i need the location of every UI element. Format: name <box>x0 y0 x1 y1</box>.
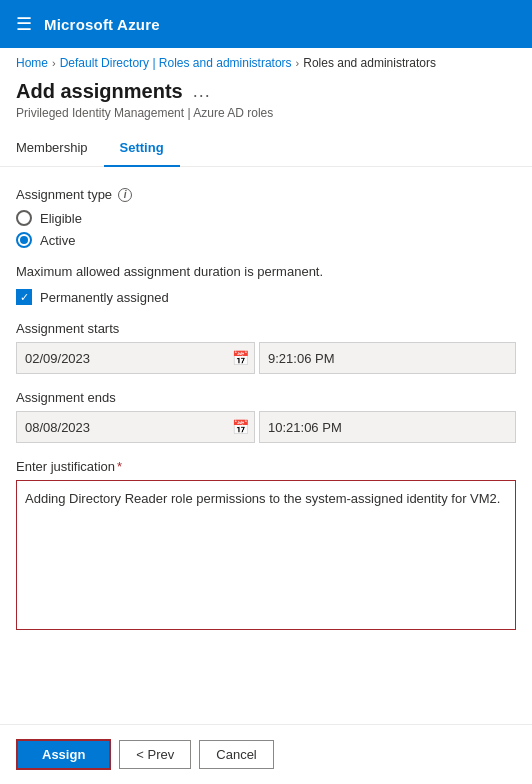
calendar-icon-ends[interactable]: 📅 <box>232 419 249 435</box>
checkmark-icon: ✓ <box>20 292 29 303</box>
assignment-ends-time-input[interactable] <box>259 411 516 443</box>
active-radio-inner <box>20 236 28 244</box>
active-radio-option[interactable]: Active <box>16 232 516 248</box>
permanently-assigned-option[interactable]: ✓ Permanently assigned <box>16 289 516 305</box>
permanently-assigned-label: Permanently assigned <box>40 290 169 305</box>
tabs: Membership Setting <box>0 120 532 167</box>
breadcrumb-sep-2: › <box>296 57 300 69</box>
assignment-starts-label: Assignment starts <box>16 321 516 336</box>
eligible-radio-input[interactable] <box>16 210 32 226</box>
max-duration-notice: Maximum allowed assignment duration is p… <box>16 264 516 279</box>
footer: Assign < Prev Cancel <box>0 724 532 784</box>
tab-membership[interactable]: Membership <box>16 132 104 167</box>
permanently-assigned-checkbox[interactable]: ✓ <box>16 289 32 305</box>
breadcrumb-current: Roles and administrators <box>303 56 436 70</box>
breadcrumb-home[interactable]: Home <box>16 56 48 70</box>
justification-required: * <box>117 459 122 474</box>
active-radio-input[interactable] <box>16 232 32 248</box>
assignment-ends-inputs: 📅 <box>16 411 516 443</box>
justification-label: Enter justification* <box>16 459 516 474</box>
breadcrumb: Home › Default Directory | Roles and adm… <box>0 48 532 74</box>
justification-group: Enter justification* Adding Directory Re… <box>16 459 516 633</box>
assignment-starts-field: Assignment starts 📅 <box>16 321 516 374</box>
calendar-icon-starts[interactable]: 📅 <box>232 350 249 366</box>
assignment-type-group: Assignment type i Eligible Active <box>16 187 516 248</box>
assignment-starts-date-wrap: 📅 <box>16 342 255 374</box>
cancel-button[interactable]: Cancel <box>199 740 273 769</box>
eligible-radio-option[interactable]: Eligible <box>16 210 516 226</box>
hamburger-icon[interactable]: ☰ <box>16 13 32 35</box>
top-bar: ☰ Microsoft Azure <box>0 0 532 48</box>
justification-textarea[interactable]: Adding Directory Reader role permissions… <box>16 480 516 630</box>
breadcrumb-sep-1: › <box>52 57 56 69</box>
assignment-ends-date-input[interactable] <box>16 411 255 443</box>
breadcrumb-default-directory[interactable]: Default Directory | Roles and administra… <box>60 56 292 70</box>
assignment-starts-time-input[interactable] <box>259 342 516 374</box>
assignment-starts-date-input[interactable] <box>16 342 255 374</box>
ellipsis-button[interactable]: ... <box>191 81 213 102</box>
page-header: Add assignments ... Privileged Identity … <box>0 74 532 120</box>
assignment-ends-label: Assignment ends <box>16 390 516 405</box>
assignment-ends-field: Assignment ends 📅 <box>16 390 516 443</box>
tab-setting[interactable]: Setting <box>104 132 180 167</box>
prev-button[interactable]: < Prev <box>119 740 191 769</box>
app-title: Microsoft Azure <box>44 16 160 33</box>
eligible-radio-label: Eligible <box>40 211 82 226</box>
assignment-starts-inputs: 📅 <box>16 342 516 374</box>
assign-button[interactable]: Assign <box>16 739 111 770</box>
main-content: Assignment type i Eligible Active Maximu… <box>0 167 532 729</box>
active-radio-label: Active <box>40 233 75 248</box>
assignment-ends-date-wrap: 📅 <box>16 411 255 443</box>
page-subtitle: Privileged Identity Management | Azure A… <box>16 106 516 120</box>
assignment-type-info-icon[interactable]: i <box>118 188 132 202</box>
assignment-type-label: Assignment type i <box>16 187 516 202</box>
page-title: Add assignments <box>16 78 183 104</box>
